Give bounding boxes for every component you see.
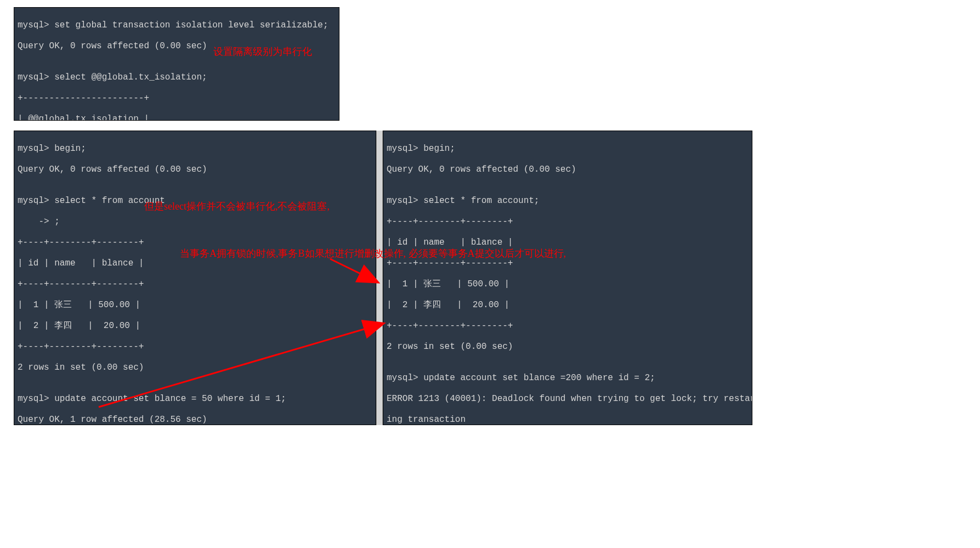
- terminal-line: mysql> set global transaction isolation …: [18, 20, 336, 31]
- annotation-select-not-blocked: 但是select操作并不会被串行化,不会被阻塞,: [144, 200, 330, 213]
- terminal-left[interactable]: mysql> begin; Query OK, 0 rows affected …: [14, 131, 376, 425]
- pane-divider[interactable]: [376, 131, 383, 425]
- terminal-line: Query OK, 0 rows affected (0.00 sec): [387, 165, 749, 175]
- terminal-line: mysql> select * from account;: [387, 196, 749, 206]
- terminal-line: Query OK, 1 row affected (28.56 sec): [18, 415, 372, 425]
- terminal-line: Query OK, 0 rows affected (0.00 sec): [18, 165, 372, 175]
- terminal-line: +----+--------+--------+: [18, 279, 372, 290]
- terminal-line: | @@global.tx_isolation |: [18, 114, 336, 121]
- terminal-top[interactable]: mysql> set global transaction isolation …: [14, 7, 339, 121]
- terminal-line: -> ;: [18, 217, 372, 227]
- terminal-line: ERROR 1213 (40001): Deadlock found when …: [387, 394, 749, 404]
- terminal-line: +----+--------+--------+: [387, 321, 749, 331]
- annotation-set-isolation: 设置隔离级别为串行化: [213, 45, 312, 58]
- annotation-wait-for-commit: 当事务A拥有锁的时候,事务B如果想进行增删改操作, 必须要等事务A提交以后才可以…: [180, 247, 566, 260]
- terminal-line: mysql> select @@global.tx_isolation;: [18, 72, 336, 83]
- terminal-line: mysql> update account set blance =200 wh…: [387, 373, 749, 383]
- terminal-line: 2 rows in set (0.00 sec): [18, 363, 372, 373]
- terminal-line: ing transaction: [387, 415, 749, 425]
- terminal-line: 2 rows in set (0.00 sec): [387, 342, 749, 352]
- terminal-line: mysql> begin;: [18, 144, 372, 154]
- terminal-line: | 2 | 李四 | 20.00 |: [18, 321, 372, 331]
- terminal-right[interactable]: mysql> begin; Query OK, 0 rows affected …: [383, 131, 752, 425]
- terminal-line: +-----------------------+: [18, 93, 336, 104]
- terminal-line: mysql> begin;: [387, 144, 749, 154]
- terminal-line: | 1 | 张三 | 500.00 |: [18, 300, 372, 310]
- terminal-line: | 1 | 张三 | 500.00 |: [387, 279, 749, 290]
- terminal-line: mysql> update account set blance = 50 wh…: [18, 394, 372, 404]
- terminal-line: | 2 | 李四 | 20.00 |: [387, 300, 749, 310]
- terminal-line: +----+--------+--------+: [387, 217, 749, 227]
- terminal-line: +----+--------+--------+: [18, 342, 372, 352]
